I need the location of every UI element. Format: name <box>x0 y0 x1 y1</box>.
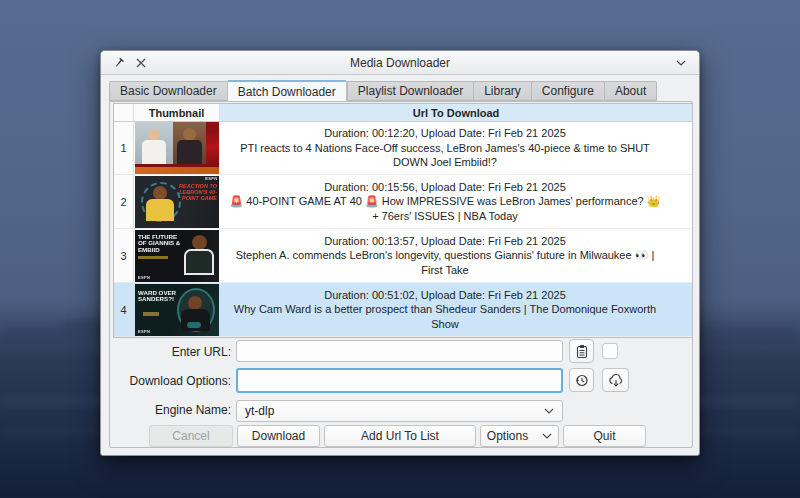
history-button[interactable] <box>569 368 594 392</box>
row-number[interactable]: 3 <box>114 229 134 283</box>
espn-logo: ESPN <box>138 330 150 334</box>
tab-batch-downloader[interactable]: Batch Downloader <box>227 80 347 102</box>
chevron-down-icon <box>544 408 554 414</box>
thumbnail-caption: REACTION TO LEBRON'S 40-POINT GAME <box>177 183 217 201</box>
row-number[interactable]: 2 <box>114 175 134 229</box>
chevron-down-icon <box>542 433 552 439</box>
window-title: Media Downloader <box>101 51 699 75</box>
options-button[interactable]: Options <box>480 425 559 447</box>
thumbnail-caption: WARD OVER SANDERS?! <box>138 289 178 303</box>
thumbnail-cell[interactable]: WARD OVER SANDERS?! ESPN <box>134 283 220 337</box>
cancel-button[interactable]: Cancel <box>149 425 233 447</box>
thumbnail-image-giannis-embiid: THE FUTURE OF GIANNIS & EMBIID ESPN <box>135 230 219 282</box>
table-row[interactable]: 2 REACTION TO LEBRON'S 40-POINT GAME ESP… <box>114 175 692 229</box>
video-meta: Duration: 00:15:56, Upload Date: Fri Feb… <box>324 180 566 195</box>
batch-download-table: Thumbnail Url To Download 1 Duration: 00… <box>113 103 693 338</box>
clipboard-icon <box>575 344 589 359</box>
thumbnail-cell[interactable]: REACTION TO LEBRON'S 40-POINT GAME ESPN <box>134 175 220 229</box>
download-options-input[interactable] <box>236 368 563 393</box>
history-clock-icon <box>574 373 589 388</box>
column-header-thumbnail[interactable]: Thumbnail <box>134 104 220 122</box>
table-header: Thumbnail Url To Download <box>114 104 692 122</box>
paste-clipboard-button[interactable] <box>569 339 594 363</box>
video-meta: Duration: 00:13:57, Upload Date: Fri Feb… <box>324 234 566 249</box>
tab-configure[interactable]: Configure <box>531 81 604 101</box>
table-row[interactable]: 3 THE FUTURE OF GIANNIS & EMBIID ESPN Du… <box>114 229 692 283</box>
url-cell[interactable]: Duration: 00:15:56, Upload Date: Fri Feb… <box>220 175 670 229</box>
espn-logo: ESPN <box>205 177 217 181</box>
url-input[interactable] <box>236 340 563 362</box>
thumbnail-cell[interactable] <box>134 122 220 175</box>
download-button[interactable]: Download <box>237 425 320 447</box>
espn-logo: ESPN <box>138 276 150 280</box>
cloud-download-button[interactable] <box>602 368 629 392</box>
video-title: PTI reacts to 4 Nations Face-Off success… <box>226 141 664 170</box>
url-cell[interactable]: Duration: 00:51:02, Upload Date: Fri Feb… <box>220 283 670 337</box>
video-title: 🚨 40-POINT GAME AT 40 🚨 How IMPRESSIVE w… <box>226 194 664 223</box>
thumbnail-image-ward-sanders: WARD OVER SANDERS?! ESPN <box>135 284 219 336</box>
table-row-selected[interactable]: 4 WARD OVER SANDERS?! ESPN Duration: 00:… <box>114 283 692 337</box>
quit-button[interactable]: Quit <box>563 425 646 447</box>
tab-playlist-downloader[interactable]: Playlist Downloader <box>347 81 473 101</box>
tab-about[interactable]: About <box>604 81 657 101</box>
desktop-wallpaper: Media Downloader <box>0 0 800 498</box>
thumbnail-image-pti <box>135 122 219 174</box>
row-number[interactable]: 1 <box>114 122 134 175</box>
add-url-to-list-button[interactable]: Add Url To List <box>324 425 476 447</box>
row-number[interactable]: 4 <box>114 283 134 337</box>
download-options-label: Download Options: <box>116 374 231 388</box>
url-cell[interactable]: Duration: 00:13:57, Upload Date: Fri Feb… <box>220 229 670 283</box>
column-header-url[interactable]: Url To Download <box>220 104 692 122</box>
video-title: Why Cam Ward is a better prospect than S… <box>226 302 664 331</box>
video-meta: Duration: 00:51:02, Upload Date: Fri Feb… <box>324 288 566 303</box>
thumbnail-cell[interactable]: THE FUTURE OF GIANNIS & EMBIID ESPN <box>134 229 220 283</box>
titlebar[interactable]: Media Downloader <box>101 51 699 75</box>
chevron-down-icon[interactable] <box>673 55 689 71</box>
options-button-label: Options <box>487 429 528 443</box>
table-corner-button[interactable] <box>114 104 134 122</box>
url-checkbox[interactable] <box>602 343 618 359</box>
enter-url-label: Enter URL: <box>116 345 231 359</box>
thumbnail-image-lebron-reaction: REACTION TO LEBRON'S 40-POINT GAME ESPN <box>135 176 219 228</box>
tab-bar: Basic Downloader Batch Downloader Playli… <box>109 79 657 101</box>
thumbnail-caption: THE FUTURE OF GIANNIS & EMBIID <box>138 234 182 253</box>
url-cell[interactable]: Duration: 00:12:20, Upload Date: Fri Feb… <box>220 122 670 175</box>
table-row[interactable]: 1 Duration: 00:12:20, Upload Date: Fri F… <box>114 122 692 175</box>
close-icon[interactable] <box>133 55 149 71</box>
app-window: Media Downloader <box>100 50 700 456</box>
tab-basic-downloader[interactable]: Basic Downloader <box>109 81 227 101</box>
cloud-download-icon <box>608 373 624 387</box>
engine-select[interactable]: yt-dlp <box>236 400 563 422</box>
engine-name-label: Engine Name: <box>116 403 231 417</box>
video-meta: Duration: 00:12:20, Upload Date: Fri Feb… <box>324 126 566 141</box>
pin-icon[interactable] <box>111 55 127 71</box>
tab-library[interactable]: Library <box>473 81 531 101</box>
engine-select-value: yt-dlp <box>245 404 544 418</box>
video-title: Stephen A. commends LeBron's longevity, … <box>226 248 664 277</box>
